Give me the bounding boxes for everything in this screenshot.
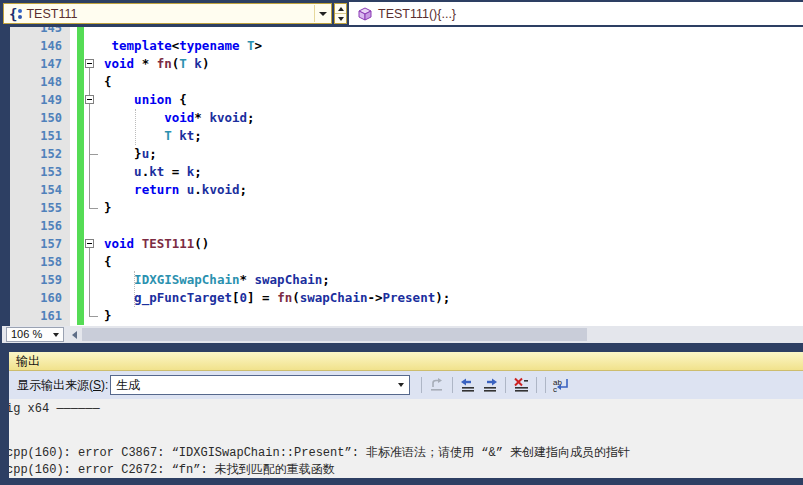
code-line[interactable]: 160 g_pFuncTarget[0] = fn(swapChain->Pre… bbox=[0, 289, 803, 307]
output-left-frame bbox=[0, 352, 9, 478]
output-line: cpp(160): error C3867: “IDXGISwapChain::… bbox=[9, 444, 630, 461]
line-number: 159 bbox=[10, 271, 70, 289]
line-number: 154 bbox=[10, 181, 70, 199]
code-text: void* kvoid; bbox=[104, 109, 255, 127]
scope-combo-dropdown-arrow[interactable] bbox=[314, 5, 330, 22]
editor-bottom-bar: 106 % bbox=[2, 326, 803, 343]
code-line[interactable]: 154 return u.kvoid; bbox=[0, 181, 803, 199]
next-message-button[interactable] bbox=[479, 374, 501, 396]
toolbar-separator bbox=[536, 377, 537, 393]
spinner-up-button[interactable] bbox=[335, 4, 346, 14]
zoom-select[interactable]: 106 % bbox=[6, 327, 64, 342]
output-source-value: 生成 bbox=[116, 378, 140, 392]
clear-all-button[interactable] bbox=[510, 374, 532, 396]
goto-message-icon[interactable] bbox=[426, 374, 448, 396]
code-line[interactable]: 151 T kt; bbox=[0, 127, 803, 145]
spinner-down-button[interactable] bbox=[335, 14, 346, 23]
fold-toggle-icon[interactable] bbox=[85, 59, 94, 68]
scope-combo[interactable]: { TEST111 bbox=[3, 3, 332, 24]
line-number: 148 bbox=[10, 73, 70, 91]
scope-combo-label: TEST111 bbox=[26, 7, 77, 21]
line-number: 150 bbox=[10, 109, 70, 127]
code-text: void TEST111() bbox=[104, 235, 209, 253]
line-number: 156 bbox=[10, 217, 70, 235]
zoom-level-value: 106 % bbox=[11, 328, 42, 340]
code-line[interactable]: 161} bbox=[0, 307, 803, 325]
vs-ide-window: { TEST111 TEST111(){...} bbox=[0, 0, 803, 485]
code-text: T kt; bbox=[104, 127, 202, 145]
hscroll-thumb[interactable] bbox=[82, 328, 587, 341]
output-source-combo[interactable]: 生成 bbox=[110, 375, 410, 395]
line-number: 145 bbox=[10, 27, 70, 37]
method-cube-icon bbox=[358, 7, 372, 21]
code-text: }u; bbox=[104, 145, 157, 163]
code-text: union { bbox=[104, 91, 187, 109]
output-toolbar: 显示输出来源(S): 生成 bbox=[9, 371, 803, 399]
fold-toggle-icon[interactable] bbox=[85, 95, 94, 104]
code-line[interactable]: 152 }u; bbox=[0, 145, 803, 163]
toolbar-separator bbox=[545, 377, 546, 393]
zoom-dropdown-arrow[interactable] bbox=[50, 329, 62, 340]
code-line[interactable]: 157void TEST111() bbox=[0, 235, 803, 253]
code-line[interactable]: 159 IDXGISwapChain* swapChain; bbox=[0, 271, 803, 289]
line-number: 155 bbox=[10, 199, 70, 217]
code-line[interactable]: 148{ bbox=[0, 73, 803, 91]
code-text: template<typename T> bbox=[104, 37, 262, 55]
code-line[interactable]: 156 bbox=[0, 217, 803, 235]
hscroll-left-button[interactable] bbox=[68, 327, 81, 342]
code-line[interactable]: 153 u.kt = k; bbox=[0, 163, 803, 181]
output-panel: 输出 显示输出来源(S): 生成 bbox=[0, 352, 803, 478]
line-number: 153 bbox=[10, 163, 70, 181]
previous-message-button[interactable] bbox=[457, 374, 479, 396]
word-wrap-icon: ab c bbox=[552, 377, 570, 393]
fold-toggle-icon[interactable] bbox=[85, 239, 94, 248]
code-line[interactable]: 158{ bbox=[0, 253, 803, 271]
code-line[interactable]: 146 template<typename T> bbox=[0, 37, 803, 55]
code-line[interactable]: 145 bbox=[0, 27, 803, 37]
code-text: { bbox=[104, 73, 112, 91]
output-title: 输出 bbox=[16, 354, 40, 368]
code-text: g_pFuncTarget[0] = fn(swapChain->Present… bbox=[104, 289, 450, 307]
code-line[interactable]: 155} bbox=[0, 199, 803, 217]
output-line: cpp(160): error C2672: “fn”: 未找到匹配的重载函数 bbox=[9, 461, 335, 478]
code-text: } bbox=[104, 199, 112, 217]
toolbar-separator bbox=[421, 377, 422, 393]
output-source-dropdown-arrow[interactable] bbox=[394, 377, 408, 393]
output-title-bar[interactable]: 输出 bbox=[9, 352, 803, 371]
code-text: IDXGISwapChain* swapChain; bbox=[104, 271, 330, 289]
code-text: u.kt = k; bbox=[104, 163, 202, 181]
code-text: } bbox=[104, 307, 112, 325]
line-number: 147 bbox=[10, 55, 70, 73]
line-number: 149 bbox=[10, 91, 70, 109]
svg-text:c: c bbox=[553, 385, 557, 393]
code-line[interactable]: 149 union { bbox=[0, 91, 803, 109]
word-wrap-button[interactable]: ab c bbox=[550, 374, 572, 396]
code-line[interactable]: 147void * fn(T k) bbox=[0, 55, 803, 73]
line-number: 146 bbox=[10, 37, 70, 55]
goto-message-icon bbox=[429, 377, 445, 393]
braces-scope-icon: { bbox=[9, 7, 22, 21]
output-text-area[interactable]: ig x64 ──────cpp(160): error C3867: “IDX… bbox=[9, 399, 803, 478]
code-text: return u.kvoid; bbox=[104, 181, 247, 199]
line-number: 157 bbox=[10, 235, 70, 253]
line-number: 158 bbox=[10, 253, 70, 271]
toolbar-separator bbox=[505, 377, 506, 393]
line-number: 161 bbox=[10, 307, 70, 325]
navbar-spinner bbox=[334, 3, 347, 24]
line-number: 160 bbox=[10, 289, 70, 307]
code-editor[interactable]: 145146 template<typename T>147void * fn(… bbox=[0, 27, 803, 326]
line-number: 152 bbox=[10, 145, 70, 163]
code-text: { bbox=[104, 253, 112, 271]
navigation-bar: { TEST111 TEST111(){...} bbox=[0, 0, 803, 27]
show-output-from-label: 显示输出来源(S): bbox=[17, 371, 108, 399]
clear-all-icon bbox=[513, 377, 529, 393]
code-text: void * fn(T k) bbox=[104, 55, 209, 73]
previous-message-icon bbox=[460, 377, 476, 393]
next-message-icon bbox=[482, 377, 498, 393]
code-line[interactable]: 150 void* kvoid; bbox=[0, 109, 803, 127]
line-number: 151 bbox=[10, 127, 70, 145]
toolbar-separator bbox=[452, 377, 453, 393]
member-combo-label: TEST111(){...} bbox=[378, 7, 456, 21]
output-line: ig x64 ────── bbox=[9, 402, 100, 416]
member-combo[interactable]: TEST111(){...} bbox=[349, 2, 803, 25]
